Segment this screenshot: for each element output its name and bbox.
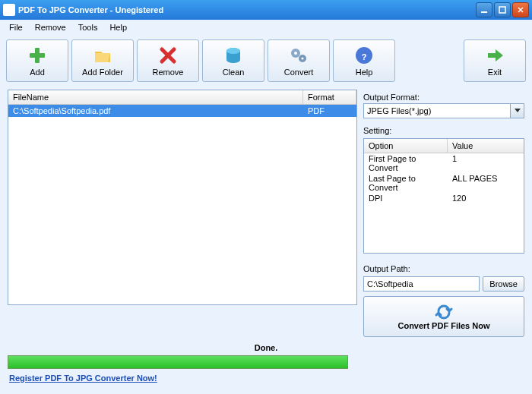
convert-now-label: Convert PDF Files Now: [397, 321, 489, 330]
col-option[interactable]: Option: [364, 139, 448, 153]
toolbar: Add Add Folder Remove Clean Convert ? He…: [0, 35, 532, 87]
convert-label: Convert: [284, 68, 314, 77]
menu-file[interactable]: File: [3, 21, 29, 33]
settings-row[interactable]: First Page to Convert1: [364, 153, 524, 173]
svg-point-13: [302, 58, 304, 60]
chevron-down-icon[interactable]: [511, 103, 524, 118]
refresh-icon: [434, 303, 454, 320]
svg-rect-1: [499, 7, 505, 13]
remove-button[interactable]: Remove: [137, 39, 199, 82]
x-icon: [157, 45, 179, 66]
convert-now-button[interactable]: Convert PDF Files Now: [363, 296, 524, 337]
exit-label: Exit: [488, 68, 502, 77]
folder-icon: [92, 45, 113, 66]
svg-rect-0: [481, 11, 487, 13]
output-format-label: Output Format:: [363, 93, 524, 102]
menu-bar: File Remove Tools Help: [0, 20, 532, 35]
clean-label: Clean: [223, 68, 245, 77]
register-link[interactable]: Register PDF To JPG Converter Now!: [9, 374, 157, 383]
settings-row[interactable]: Last Page to ConvertALL PAGES: [364, 173, 524, 193]
plus-icon: [27, 45, 48, 66]
remove-label: Remove: [153, 68, 184, 77]
cell-filename: C:\Softpedia\Softpedia.pdf: [8, 105, 303, 117]
status-text: Done.: [8, 342, 524, 354]
help-label: Help: [356, 68, 373, 77]
menu-tools[interactable]: Tools: [72, 21, 104, 33]
help-button[interactable]: ? Help: [333, 39, 395, 82]
add-button[interactable]: Add: [6, 39, 68, 82]
gears-icon: [288, 45, 309, 66]
menu-help[interactable]: Help: [103, 21, 133, 33]
add-folder-button[interactable]: Add Folder: [71, 39, 134, 82]
output-format-dropdown[interactable]: [363, 103, 524, 118]
svg-point-9: [226, 48, 240, 54]
menu-remove[interactable]: Remove: [29, 21, 72, 33]
col-value[interactable]: Value: [448, 139, 524, 153]
output-format-value[interactable]: [363, 103, 511, 118]
settings-row[interactable]: DPI120: [364, 193, 524, 203]
cell-format: PDF: [303, 105, 356, 117]
exit-button[interactable]: Exit: [464, 39, 526, 82]
output-path-input[interactable]: [363, 276, 480, 292]
app-icon: [3, 4, 15, 16]
arrow-right-icon: [484, 45, 505, 66]
window-title: PDF To JPG Converter - Unegistered: [18, 5, 474, 14]
close-button[interactable]: [512, 2, 529, 17]
svg-rect-5: [30, 53, 45, 58]
file-table-header: FileName Format: [8, 90, 356, 105]
settings-table[interactable]: Option Value First Page to Convert1 Last…: [363, 138, 524, 254]
convert-button[interactable]: Convert: [268, 39, 330, 82]
table-row[interactable]: C:\Softpedia\Softpedia.pdf PDF: [8, 105, 356, 117]
output-path-label: Output Path:: [363, 264, 524, 273]
add-label: Add: [30, 68, 45, 77]
database-icon: [223, 45, 244, 66]
file-table[interactable]: FileName Format C:\Softpedia\Softpedia.p…: [8, 90, 357, 305]
title-bar: PDF To JPG Converter - Unegistered: [0, 0, 532, 20]
minimize-button[interactable]: [476, 2, 492, 17]
add-folder-label: Add Folder: [82, 68, 123, 77]
clean-button[interactable]: Clean: [202, 39, 264, 82]
svg-point-11: [294, 52, 297, 55]
col-format[interactable]: Format: [303, 90, 356, 104]
help-icon: ?: [353, 45, 375, 66]
svg-text:?: ?: [362, 52, 367, 61]
browse-button[interactable]: Browse: [483, 276, 524, 292]
settings-header: Option Value: [364, 139, 524, 153]
settings-label: Setting:: [363, 126, 524, 135]
progress-bar: [8, 355, 348, 369]
maximize-button[interactable]: [494, 2, 511, 17]
col-filename[interactable]: FileName: [8, 90, 303, 104]
